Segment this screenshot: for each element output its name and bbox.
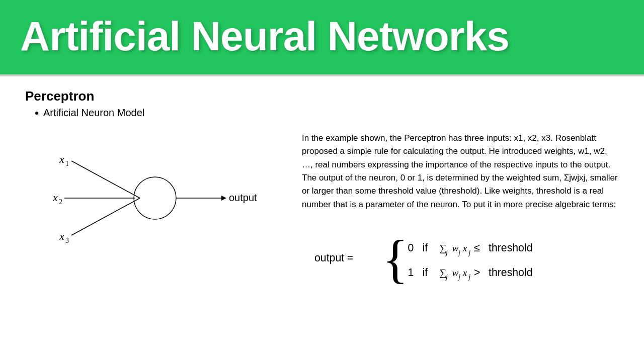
page-title: Artificial Neural Networks bbox=[20, 16, 509, 57]
svg-text:j: j bbox=[467, 273, 470, 281]
svg-text:1: 1 bbox=[65, 160, 69, 167]
svg-text:1: 1 bbox=[408, 266, 414, 279]
diagram-column: x 1 x 2 x 3 bbox=[25, 132, 287, 290]
svg-text:output: output bbox=[229, 192, 257, 203]
svg-point-9 bbox=[134, 177, 176, 219]
formula-box: output = { 0 if ∑ j w j bbox=[302, 221, 619, 290]
bullet-dot bbox=[35, 112, 38, 115]
svg-text:j: j bbox=[467, 249, 470, 256]
svg-text:3: 3 bbox=[65, 237, 69, 244]
bullet-text: Artificial Neuron Model bbox=[43, 107, 144, 119]
svg-line-6 bbox=[71, 161, 140, 198]
svg-text:w: w bbox=[452, 267, 459, 278]
svg-line-8 bbox=[71, 198, 140, 235]
content-area: Perceptron Artificial Neuron Model x 1 x… bbox=[0, 76, 644, 300]
svg-text:x: x bbox=[462, 243, 467, 253]
svg-text:if: if bbox=[423, 242, 428, 254]
svg-text:2: 2 bbox=[59, 198, 62, 206]
svg-text:>: > bbox=[474, 266, 480, 279]
svg-text:≤: ≤ bbox=[474, 242, 480, 254]
svg-text:x: x bbox=[59, 153, 64, 165]
svg-marker-11 bbox=[221, 196, 226, 201]
text-column: In the example shown, the Perceptron has… bbox=[302, 132, 619, 290]
bullet-item: Artificial Neuron Model bbox=[35, 107, 619, 119]
perceptron-diagram: x 1 x 2 x 3 bbox=[25, 137, 267, 257]
svg-text:x: x bbox=[462, 267, 467, 278]
svg-text:threshold: threshold bbox=[489, 242, 532, 254]
two-column-layout: x 1 x 2 x 3 bbox=[25, 132, 619, 290]
svg-text:w: w bbox=[452, 243, 459, 253]
svg-text:x: x bbox=[52, 191, 58, 204]
formula-svg: output = { 0 if ∑ j w j bbox=[314, 226, 606, 290]
description-text: In the example shown, the Perceptron has… bbox=[302, 132, 619, 211]
header: Artificial Neural Networks bbox=[0, 0, 644, 74]
svg-text:x: x bbox=[59, 230, 64, 242]
svg-text:output =: output = bbox=[314, 252, 353, 264]
svg-text:{: { bbox=[382, 230, 408, 289]
svg-text:if: if bbox=[423, 266, 428, 279]
section-title: Perceptron bbox=[25, 88, 619, 104]
svg-text:threshold: threshold bbox=[489, 266, 532, 279]
svg-text:0: 0 bbox=[408, 242, 414, 254]
